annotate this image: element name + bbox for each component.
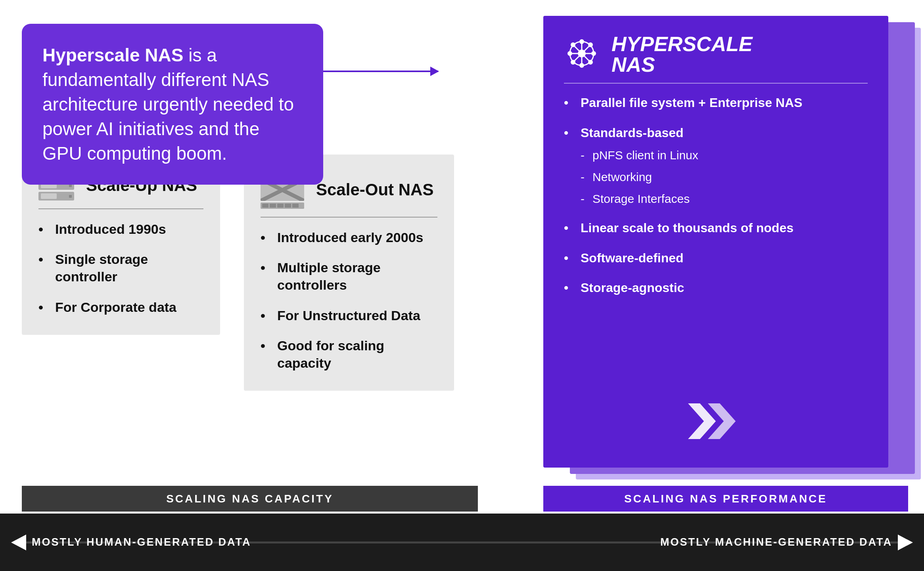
arrow-right-head <box>898 535 913 550</box>
scaleup-bullet-1: Single storage controller <box>38 250 203 285</box>
svg-point-6 <box>580 40 583 43</box>
performance-bar: SCALING NAS PERFORMANCE <box>543 486 908 512</box>
svg-marker-14 <box>688 403 716 439</box>
hero-arrow <box>323 71 438 72</box>
svg-point-8 <box>568 52 571 55</box>
nas-server-unit-3 <box>38 192 74 201</box>
scaleup-bullets: Introduced 1990s Single storage controll… <box>38 220 203 316</box>
hyperscale-wrapper: HYPERSCALE NAS Parallel file system + En… <box>543 16 908 483</box>
nas-led-3 <box>69 195 72 198</box>
svg-point-12 <box>589 43 592 46</box>
hyperscale-bullet-0: Parallel file system + Enterprise NAS <box>564 95 868 111</box>
hyperscale-sub-bullet-1-0: pNFS client in Linux <box>581 147 868 163</box>
capacity-bar-text: SCALING NAS CAPACITY <box>166 493 334 505</box>
scaleout-bullets: Introduced early 2000s Multiple storage … <box>261 229 437 372</box>
hyperscale-logo-icon <box>564 36 600 73</box>
hyperscale-header: HYPERSCALE NAS <box>564 34 868 84</box>
scaleout-card-title: Scale-Out NAS <box>316 180 433 199</box>
hyperscale-title-bottom: NAS <box>612 54 752 75</box>
svg-point-7 <box>580 64 583 67</box>
hyperscale-bullet-3: Software-defined <box>564 250 868 267</box>
hyperscale-sub-bullet-1-1: Networking <box>581 169 868 185</box>
arrow-label-left: MOSTLY HUMAN-GENERATED DATA <box>32 536 251 548</box>
main-container: Hyperscale NAS is a fundamentally differ… <box>0 0 924 571</box>
svg-point-11 <box>589 61 592 64</box>
svg-point-13 <box>571 61 575 64</box>
hyperscale-sub-bullet-1-2: Storage Interfaces <box>581 191 868 206</box>
hpc-brand-logo <box>564 395 868 447</box>
svg-point-5 <box>579 50 585 57</box>
hyperscale-title: HYPERSCALE NAS <box>612 34 752 75</box>
hyperscale-bullet-1: Standards-based pNFS client in Linux Net… <box>564 125 868 207</box>
scaleout-card: Scale-Out NAS Introduced early 2000s Mul… <box>244 155 454 391</box>
scaleup-bullet-0: Introduced 1990s <box>38 220 203 238</box>
hyperscale-bullet-2: Linear scale to thousands of nodes <box>564 220 868 237</box>
hero-text-bold: Hyperscale NAS <box>42 45 183 65</box>
arrow-left-head <box>11 535 26 550</box>
svg-point-9 <box>592 52 595 55</box>
hero-box: Hyperscale NAS is a fundamentally differ… <box>22 24 323 185</box>
capacity-bar: SCALING NAS CAPACITY <box>22 486 478 512</box>
svg-point-10 <box>571 43 575 46</box>
scaleout-disk-row <box>261 202 304 209</box>
hyperscale-sub-bullets-1: pNFS client in Linux Networking Storage … <box>581 147 868 206</box>
scaleout-bullet-0: Introduced early 2000s <box>261 229 437 246</box>
hero-text: Hyperscale NAS is a fundamentally differ… <box>42 43 303 166</box>
hyperscale-title-top: HYPERSCALE <box>612 34 752 54</box>
hyperscale-bullets: Parallel file system + Enterprise NAS St… <box>564 95 868 380</box>
hyperscale-bullet-4: Storage-agnostic <box>564 280 868 296</box>
bottom-arrow-bar: MOSTLY HUMAN-GENERATED DATA MOSTLY MACHI… <box>0 514 924 571</box>
scaleout-bullet-1: Multiple storage controllers <box>261 259 437 294</box>
scaleout-bullet-2: For Unstructured Data <box>261 307 437 324</box>
scaleout-bullet-3: Good for scaling capacity <box>261 337 437 372</box>
hyperscale-card: HYPERSCALE NAS Parallel file system + En… <box>543 16 888 468</box>
scaleup-bullet-2: For Corporate data <box>38 298 203 316</box>
cards-area: Scale-Up NAS Introduced 1990s Single sto… <box>22 155 454 391</box>
performance-bar-text: SCALING NAS PERFORMANCE <box>624 493 827 505</box>
arrow-label-right: MOSTLY MACHINE-GENERATED DATA <box>660 536 892 548</box>
